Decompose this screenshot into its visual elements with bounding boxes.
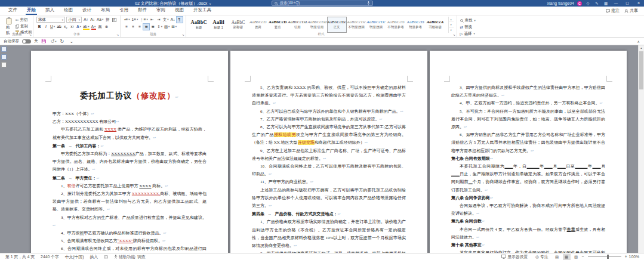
autosave-toggle[interactable]	[22, 39, 31, 44]
char-shading-button[interactable]: A	[97, 24, 103, 30]
web-layout-button[interactable]: ▧	[572, 254, 580, 260]
shrink-font-button[interactable]: A↓	[90, 17, 95, 23]
user-name[interactable]: xiang tiange04	[547, 1, 574, 5]
avatar[interactable]: C	[577, 1, 582, 6]
character-border-button[interactable]: A	[111, 17, 117, 23]
zoom-level[interactable]: 100%	[629, 255, 639, 259]
page-3[interactable]: 3、因甲方提供的商标及授权手续虚假产生的法律责任由甲方承担，甲方赔偿因此给乙方带…	[430, 51, 627, 253]
dialog-launcher-icon[interactable]: ↘	[29, 33, 32, 36]
grow-font-button[interactable]: A↑	[83, 17, 89, 23]
chevron-down-icon[interactable]: ∨	[209, 2, 211, 5]
dialog-launcher-icon[interactable]: ↘	[452, 33, 455, 36]
enclose-characters-button[interactable]: ⊕	[104, 24, 110, 30]
scrollbar-thumb[interactable]	[639, 51, 643, 89]
find-button[interactable]: 查找▾	[460, 18, 476, 23]
style-item-9[interactable]: AaBbCcDc不明显强调	[347, 17, 366, 33]
sort-button[interactable]: A↓	[170, 17, 176, 23]
bold-button[interactable]: B	[36, 24, 42, 30]
numbering-button[interactable]: 1≡▾	[131, 17, 139, 23]
font-size-select[interactable]: 小四▾	[66, 17, 82, 23]
distribute-button[interactable]: ≣	[150, 24, 156, 30]
text-effects-button[interactable]: A▾	[76, 24, 82, 30]
styles-scroll-up-icon[interactable]: ▴	[449, 17, 454, 22]
style-item-13[interactable]: AaBbCcA书籍标题	[426, 17, 445, 33]
dialog-launcher-icon[interactable]: ↘	[181, 33, 184, 36]
ribbon-tab-5[interactable]: 设计	[78, 6, 96, 15]
ribbon-tab-4[interactable]: 绘图	[59, 6, 78, 15]
style-item-7[interactable]: AaBbCcDd明显引用	[307, 17, 327, 33]
page-indicator[interactable]: 第 1 页，共 4 页	[2, 254, 38, 260]
highlight-button[interactable]: ab▾	[82, 24, 90, 30]
ribbon-tab-2[interactable]: 开始	[22, 6, 41, 15]
replace-button[interactable]: ⇄ 替换	[460, 24, 476, 30]
dialog-launcher-icon[interactable]: ↘	[116, 33, 119, 36]
pen-icon[interactable]: ✎	[594, 1, 600, 6]
zoom-slider[interactable]	[588, 256, 621, 257]
justify-button[interactable]: ≣	[143, 24, 149, 30]
change-case-button[interactable]: Aa▾	[96, 17, 104, 23]
underline-button[interactable]: U▾	[50, 24, 56, 30]
share-button[interactable]: 共享	[624, 8, 638, 14]
page-2[interactable]: 5、乙方负责调和 XXXX 的采购、验收、供应，可以不按照甲方确定的原材料质量标…	[230, 51, 427, 253]
superscript-button[interactable]: x²	[69, 24, 75, 30]
vertical-scrollbar[interactable]: ▲	[638, 45, 644, 253]
ribbon-tab-9[interactable]: 审阅	[152, 6, 170, 15]
search-input[interactable]: 搜索(Alt+Q)	[272, 1, 373, 6]
increase-indent-button[interactable]: ⇥	[156, 17, 162, 23]
redo-button[interactable]: ↻	[60, 39, 67, 44]
microphone-icon[interactable]	[367, 1, 370, 5]
borders-button[interactable]: ⊞▾	[171, 24, 177, 30]
page-1[interactable]: 委托加工协议（修改版）↩甲方：XXX（个体）↩乙方：XXXXXXXXXXX 有限…	[31, 51, 228, 253]
language-indicator[interactable]: 中文(中国)	[62, 254, 87, 260]
align-right-button[interactable]: ≡	[137, 24, 143, 30]
paragraph-marks-button[interactable]: ¶	[177, 17, 183, 23]
paste-button[interactable]: 粘贴 ▾	[4, 17, 14, 40]
font-color-button[interactable]: A▾	[91, 24, 97, 30]
strikethrough-button[interactable]: ab	[56, 24, 62, 30]
ribbon-tab-10[interactable]: 视图	[170, 6, 189, 15]
shading-button[interactable]: ▨▾	[164, 24, 170, 30]
print-layout-button[interactable]: ▦	[563, 254, 571, 260]
style-item-5[interactable]: AaBbCcD要点	[268, 17, 288, 33]
zoom-in-button[interactable]: +	[625, 255, 627, 259]
maximize-button[interactable]: ▢	[623, 0, 631, 7]
ribbon-tab-7[interactable]: 引用	[115, 6, 133, 15]
cut-button[interactable]: ✂剪切	[16, 17, 32, 23]
style-item-2[interactable]: AaBl标题 1	[209, 17, 229, 33]
customize-toolbar-button[interactable]: ⌄	[70, 39, 76, 44]
close-button[interactable]: ✕	[634, 0, 643, 7]
comments-button[interactable]: 批注	[606, 8, 620, 14]
focus-mode-button[interactable]: ◎ 专注	[532, 254, 551, 260]
accessibility-status[interactable]: 辅助功能: 调查	[111, 254, 149, 260]
proofing-button[interactable]	[101, 255, 111, 259]
zoom-slider-thumb[interactable]	[607, 255, 609, 259]
grid-icon[interactable]: ▦	[603, 1, 609, 6]
minimize-button[interactable]: —	[612, 0, 620, 7]
ribbon-tab-6[interactable]: 布局	[96, 6, 115, 15]
style-item-6[interactable]: AaBbCcDd引用	[288, 17, 307, 33]
insert-mode[interactable]: 插入	[87, 254, 101, 260]
asian-layout-button[interactable]: 文▾	[162, 17, 170, 23]
subscript-button[interactable]: x₂	[63, 24, 69, 30]
collapse-ribbon-button[interactable]: ∧	[637, 39, 640, 44]
word-count[interactable]: 2440 个字	[38, 254, 62, 260]
multilevel-list-button[interactable]: ⋮≡▾	[139, 17, 149, 23]
display-settings-button[interactable]: 显示器设置	[498, 254, 531, 260]
style-item-3[interactable]: AaBbC副标题	[229, 17, 248, 33]
font-name-select[interactable]: 宋体▾	[36, 17, 65, 23]
style-item-10[interactable]: AaBbCcDc明显强调	[366, 17, 386, 33]
ribbon-tab-1[interactable]: 文件	[4, 6, 22, 15]
style-item-11[interactable]: AaBbCcD不明显参考	[386, 17, 406, 33]
ribbon-tab-8[interactable]: 邮件	[133, 6, 152, 15]
styles-scroll-down-icon[interactable]: ▾	[449, 22, 454, 27]
decrease-indent-button[interactable]: ⇤	[149, 17, 155, 23]
align-center-button[interactable]: ≡	[130, 24, 136, 30]
bullets-button[interactable]: •≡▾	[124, 17, 130, 23]
phonetic-guide-button[interactable]: 拼	[104, 17, 110, 23]
copy-button[interactable]: 复制	[16, 24, 32, 29]
style-item-4[interactable]: AaBbCcD强调	[248, 17, 268, 33]
italic-button[interactable]: I	[43, 24, 49, 30]
zoom-out-button[interactable]: −	[582, 255, 584, 259]
style-item-8[interactable]: AaBbCcDc正文	[327, 17, 347, 33]
scroll-up-icon[interactable]: ▲	[639, 45, 644, 51]
